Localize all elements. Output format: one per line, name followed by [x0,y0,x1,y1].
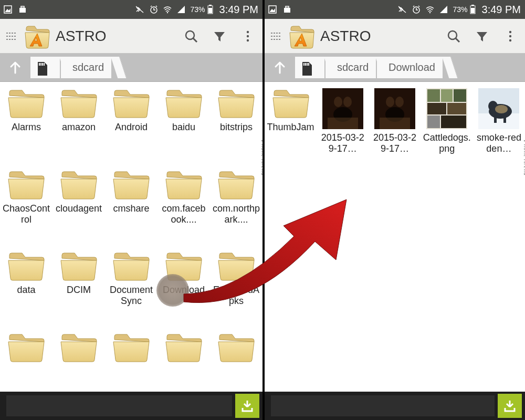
svg-point-14 [186,31,194,39]
svg-line-39 [456,38,459,42]
app-bar: ASTRO [0,19,262,54]
download-button[interactable] [498,394,522,418]
watermark: Phone Arena [523,140,525,176]
folder-item[interactable]: com.facebook.... [158,170,210,246]
folder-item[interactable]: cmshare [105,170,158,246]
folder-item[interactable]: cloudagent [52,170,105,246]
image-item[interactable]: 2015-03-29-17… [369,88,421,172]
svg-rect-47 [308,63,309,66]
item-label: ChaosControl [2,203,50,225]
svg-rect-22 [42,63,43,66]
folder-item[interactable]: Android [105,88,158,164]
ad-banner[interactable] [271,395,495,416]
overflow-button[interactable] [499,25,522,48]
app-title: ASTRO [320,28,371,45]
svg-line-4 [136,6,143,13]
up-button[interactable] [0,54,30,81]
item-label: Android [115,122,148,133]
folder-item[interactable]: ChaosControl [0,170,52,246]
breadcrumb-storage[interactable] [30,57,60,78]
item-label: amazon [62,122,96,133]
folder-item[interactable] [210,332,262,392]
folder-item[interactable]: baidu [158,88,210,164]
svg-marker-31 [440,6,447,13]
menu-button[interactable] [268,32,284,41]
svg-rect-65 [441,116,466,128]
item-label: 2015-03-29-17… [371,132,419,154]
breadcrumb-bar: sdcard [0,54,262,82]
up-button[interactable] [265,54,295,81]
phone-left: Phone Arena 73% 3:49 PM [0,0,262,420]
menu-button[interactable] [3,32,19,41]
svg-point-38 [448,31,457,39]
search-button[interactable] [442,25,465,48]
image-item[interactable]: Cattledogs.png [421,88,473,172]
vibrate-icon [135,5,145,14]
item-label: com.facebook.... [160,203,208,225]
svg-point-51 [343,97,352,107]
file-grid[interactable]: ThumbJam2015-03-29-17…2015-03-29-17…Catt… [265,82,525,392]
breadcrumb-sdcard[interactable]: sdcard [326,57,376,78]
item-label: smoke-redden… [475,132,523,154]
svg-rect-45 [305,63,306,66]
folder-item[interactable]: com.northpark.... [210,170,262,246]
overflow-button[interactable] [236,25,259,48]
signal-icon [439,5,448,14]
svg-rect-59 [427,89,440,102]
folder-item[interactable]: ThumbJam [265,88,317,172]
item-label: 2015-03-29-17… [319,132,367,154]
search-button[interactable] [180,25,203,48]
svg-line-15 [193,38,197,42]
folder-item[interactable]: data [0,251,52,327]
breadcrumb-sdcard[interactable]: sdcard [61,57,111,78]
folder-item[interactable] [158,332,210,392]
download-button[interactable] [235,394,259,418]
image-item[interactable]: 2015-03-29-17… [317,88,369,172]
svg-point-72 [495,105,508,113]
breadcrumb-bar: sdcard Download [265,54,525,82]
thumbnail [322,88,363,129]
svg-point-18 [247,35,249,37]
alarm-icon [149,5,159,14]
thumbnail [426,88,467,129]
svg-marker-1 [5,8,10,12]
svg-marker-16 [214,32,225,41]
item-label: cmshare [113,203,149,214]
filter-button[interactable] [470,25,494,48]
folder-item[interactable] [105,332,158,392]
file-grid[interactable]: Alarms amazon Android baidu bitstrips Ch… [0,82,262,392]
signal-icon [176,5,186,14]
item-label: DCIM [67,285,91,296]
svg-point-17 [247,30,249,33]
svg-rect-34 [471,5,474,6]
item-label: ExtractedApks [212,285,260,306]
folder-item[interactable]: amazon [52,88,105,164]
svg-rect-33 [471,8,475,13]
filter-button[interactable] [208,25,231,48]
breadcrumb-storage[interactable] [295,57,324,78]
app-bar: ASTRO [265,19,525,54]
folder-item[interactable]: ExtractedApks [210,251,262,327]
svg-rect-23 [44,63,45,66]
item-label: Alarms [12,122,41,133]
image-item[interactable]: smoke-redden… [473,88,525,172]
svg-rect-9 [208,8,212,13]
folder-item[interactable]: bitstrips [210,88,262,164]
sdcard-icon [300,61,314,75]
image-icon [268,5,277,14]
folder-item[interactable]: DCIM [52,251,105,327]
folder-item[interactable]: DocumentSync [105,251,158,327]
svg-point-19 [247,39,249,41]
ad-banner[interactable] [6,395,232,416]
battery-indicator: 73% [453,5,475,14]
svg-rect-44 [303,63,304,66]
image-icon [3,5,13,14]
folder-item[interactable]: Alarms [0,88,52,164]
svg-marker-40 [477,32,487,41]
item-label: baidu [172,122,195,133]
item-label: ThumbJam [267,122,314,133]
breadcrumb-download[interactable]: Download [377,57,443,78]
folder-item[interactable] [52,332,105,392]
folder-item[interactable] [0,332,52,392]
svg-rect-3 [21,6,24,8]
